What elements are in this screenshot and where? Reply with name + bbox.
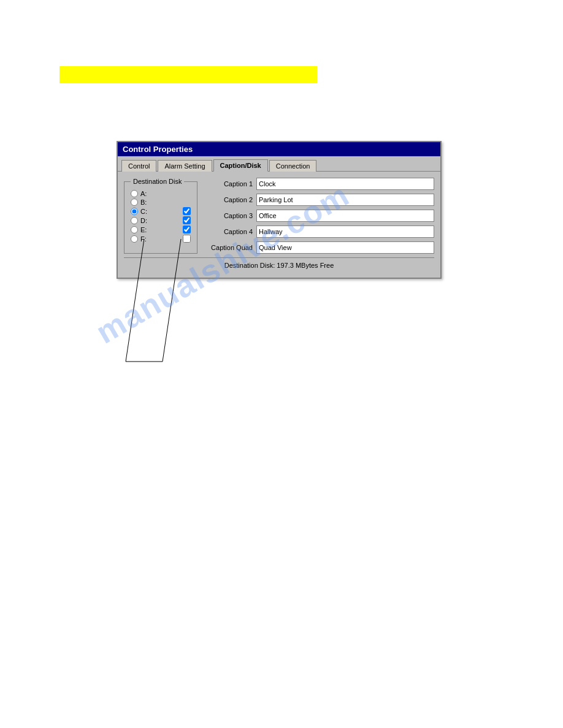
caption-3-input[interactable]: [256, 210, 434, 222]
dialog-content: Destination Disk A: B: C:: [118, 172, 440, 278]
disk-option-a: A:: [131, 190, 191, 197]
caption-4-label: Caption 4: [204, 228, 253, 235]
dialog-title: Control Properties: [123, 145, 193, 154]
caption-4-input[interactable]: [256, 226, 434, 238]
tab-alarm-setting[interactable]: Alarm Setting: [158, 160, 212, 172]
caption-2-label: Caption 2: [204, 196, 253, 203]
checkbox-disk-e[interactable]: [183, 226, 191, 233]
disk-option-f: F:: [131, 235, 191, 243]
destination-disk-group: Destination Disk A: B: C:: [124, 178, 197, 254]
dialog-tabs: Control Alarm Setting Caption/Disk Conne…: [118, 156, 440, 172]
caption-1-label: Caption 1: [204, 180, 253, 188]
disk-option-e: E:: [131, 226, 191, 233]
radio-disk-e[interactable]: [131, 226, 138, 233]
caption-row-3: Caption 3: [204, 210, 434, 222]
checkbox-disk-d[interactable]: [183, 216, 191, 224]
checkbox-disk-c[interactable]: [183, 207, 191, 215]
caption-2-input[interactable]: [256, 194, 434, 206]
label-disk-c: C:: [140, 208, 180, 215]
disk-option-c: C:: [131, 207, 191, 215]
caption-3-label: Caption 3: [204, 212, 253, 219]
status-bar: Destination Disk: 197.3 MBytes Free: [124, 257, 434, 271]
disk-option-d: D:: [131, 216, 191, 224]
radio-disk-a[interactable]: [131, 190, 138, 197]
captions-area: Caption 1 Caption 2 Caption 3 Caption 4: [204, 178, 434, 254]
destination-disk-legend: Destination Disk: [131, 178, 184, 185]
dialog-titlebar: Control Properties: [118, 142, 440, 156]
label-disk-f: F:: [140, 235, 180, 243]
label-disk-b: B:: [140, 199, 191, 206]
caption-row-4: Caption 4: [204, 226, 434, 238]
radio-disk-b[interactable]: [131, 199, 138, 206]
content-area: Destination Disk A: B: C:: [124, 178, 434, 254]
caption-row-1: Caption 1: [204, 178, 434, 190]
label-disk-a: A:: [140, 190, 191, 197]
caption-quad-label: Caption Quad: [204, 244, 253, 251]
caption-row-2: Caption 2: [204, 194, 434, 206]
yellow-highlight-bar: [59, 66, 317, 83]
tab-connection[interactable]: Connection: [269, 160, 317, 172]
label-disk-e: E:: [140, 226, 180, 233]
caption-quad-input[interactable]: [256, 241, 434, 254]
radio-disk-c[interactable]: [131, 208, 138, 215]
checkbox-disk-f[interactable]: [183, 235, 191, 243]
radio-disk-d[interactable]: [131, 217, 138, 224]
caption-1-input[interactable]: [256, 178, 434, 190]
disk-option-b: B:: [131, 199, 191, 206]
label-disk-d: D:: [140, 217, 180, 224]
caption-row-quad: Caption Quad: [204, 241, 434, 254]
radio-disk-f[interactable]: [131, 235, 138, 243]
tab-control[interactable]: Control: [121, 160, 156, 172]
tab-caption-disk[interactable]: Caption/Disk: [213, 159, 268, 172]
control-properties-dialog: Control Properties Control Alarm Setting…: [117, 141, 442, 279]
